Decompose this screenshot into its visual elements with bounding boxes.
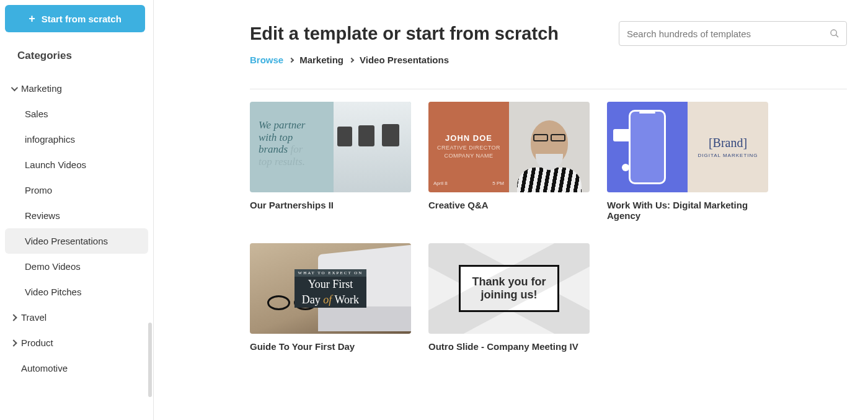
template-grid: We partner with top brands for top resul… [250,102,847,352]
category-marketing[interactable]: Marketing [5,76,148,101]
category-automotive[interactable]: Automotive [5,355,148,381]
template-card-creative-qa[interactable]: JOHN DOE CREATIVE DIRECTOR COMPANY NAME … [428,102,590,221]
subcategory-launch-videos[interactable]: Launch Videos [5,152,148,177]
template-card-digital-marketing[interactable]: [Brand] DIGITAL MARKETING Work With Us: … [607,102,768,221]
subcategory-reviews[interactable]: Reviews [5,203,148,228]
chevron-right-icon [10,339,17,346]
page-title: Edit a template or start from scratch [250,24,559,44]
start-from-scratch-button[interactable]: + Start from scratch [5,5,145,32]
subcategory-promo[interactable]: Promo [5,177,148,203]
template-title: Outro Slide - Company Meeting IV [428,341,590,352]
search-icon [830,29,839,38]
template-title: Work With Us: Digital Marketing Agency [607,200,768,221]
category-travel[interactable]: Travel [5,305,148,330]
chevron-right-icon [289,57,294,62]
template-card-outro-slide[interactable]: Thank you for joining us! Outro Slide - … [428,243,590,352]
template-thumbnail: WHAT TO EXPECT ON Your First Day of Work [250,243,411,334]
divider [250,89,847,89]
category-label: Automotive [21,363,68,373]
header-row: Edit a template or start from scratch [250,21,847,46]
search-input[interactable] [619,21,847,46]
template-card-our-partnerships[interactable]: We partner with top brands for top resul… [250,102,411,221]
main-content: Edit a template or start from scratch Br… [154,0,868,420]
breadcrumb-level2: Video Presentations [360,55,449,65]
subcategory-label: Video Presentations [25,236,108,246]
start-from-scratch-label: Start from scratch [42,14,122,24]
template-card-first-day[interactable]: WHAT TO EXPECT ON Your First Day of Work… [250,243,411,352]
breadcrumb: Browse Marketing Video Presentations [250,55,847,65]
subcategory-video-presentations[interactable]: Video Presentations [5,228,148,254]
category-product[interactable]: Product [5,330,148,355]
template-thumbnail: JOHN DOE CREATIVE DIRECTOR COMPANY NAME … [428,102,590,192]
subcategory-label: infographics [25,134,75,145]
template-title: Guide To Your First Day [250,341,411,352]
template-title: Creative Q&A [428,200,590,210]
categories-heading: Categories [17,50,148,62]
chevron-right-icon [10,314,17,321]
subcategory-label: Launch Videos [25,159,86,170]
template-thumbnail: [Brand] DIGITAL MARKETING [607,102,768,192]
subcategory-label: Promo [25,185,52,195]
chevron-right-icon [349,57,354,62]
subcategory-infographics[interactable]: infographics [5,127,148,152]
subcategory-label: Reviews [25,210,60,221]
breadcrumb-level1[interactable]: Marketing [299,55,343,65]
category-label: Product [21,337,53,348]
sidebar-scrollbar[interactable] [148,323,152,397]
category-label: Marketing [21,83,62,94]
template-title: Our Partnerships II [250,200,411,210]
chevron-down-icon [11,84,18,91]
subcategory-demo-videos[interactable]: Demo Videos [5,254,148,279]
breadcrumb-root[interactable]: Browse [250,55,283,65]
subcategory-sales[interactable]: Sales [5,101,148,127]
svg-line-1 [836,35,838,37]
category-label: Travel [21,312,46,323]
subcategory-video-pitches[interactable]: Video Pitches [5,279,148,305]
search-wrap [619,21,847,46]
subcategory-label: Demo Videos [25,261,81,272]
template-thumbnail: We partner with top brands for top resul… [250,102,411,192]
svg-point-0 [831,30,836,35]
subcategory-label: Video Pitches [25,287,81,297]
template-thumbnail: Thank you for joining us! [428,243,590,334]
plus-icon: + [29,13,35,24]
subcategory-label: Sales [25,109,48,119]
sidebar: + Start from scratch Categories Marketin… [0,0,154,420]
